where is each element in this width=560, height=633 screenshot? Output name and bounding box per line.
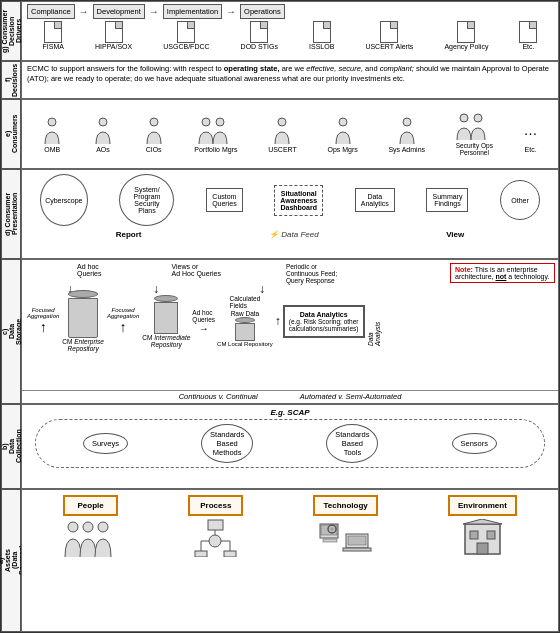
cylinder-top-enterprise [68, 290, 98, 298]
technology-icon [318, 519, 373, 557]
person-icon-ops [333, 116, 353, 144]
svg-point-9 [474, 114, 482, 122]
svg-marker-34 [463, 519, 502, 524]
focused-agg-left: Focused Aggregation ↑ [27, 307, 59, 335]
process-asset: Process [188, 495, 243, 557]
enterprise-repo: CM EnterpriseRepository [62, 290, 104, 352]
sensors-oval: Sensors [452, 433, 498, 454]
people-icon [63, 519, 118, 557]
section-c: Note: This is an enterprise architecture… [21, 259, 559, 404]
technology-box: Technology [313, 495, 377, 516]
svg-point-2 [150, 118, 158, 126]
adhoc-label-2: Ad hocQueries [192, 309, 215, 323]
doc-etc: Etc. [519, 21, 537, 50]
svg-rect-20 [195, 551, 207, 557]
svg-point-15 [209, 535, 221, 547]
process-label: Process [200, 501, 231, 510]
svg-point-5 [278, 118, 286, 126]
layer-g-label: g) ConsumerDecisionDrivers [1, 1, 21, 61]
collection-dashed-container: Surveys StandardsBasedMethods StandardsB… [35, 419, 544, 468]
consumer-omb-label: OMB [44, 146, 60, 153]
environment-label: Environment [458, 501, 507, 510]
situational-awareness-box: SituationalAwarenessDashboard [274, 185, 323, 216]
standards-tools-oval: StandardsBasedTools [326, 424, 378, 463]
arrow-3: → [226, 6, 236, 17]
layer-d-label: d) ConsumerPresentation [1, 169, 21, 259]
surveys-oval: Surveys [83, 433, 128, 454]
consumer-secops: Security OpsPersonnel [456, 112, 493, 156]
doc-agency: Agency Policy [444, 21, 488, 50]
svg-rect-27 [343, 548, 371, 551]
report-label: Report [116, 230, 142, 239]
raw-data-group: CalculatedFields Raw Data CM Local Repos… [217, 295, 273, 347]
doc-iss: ISSLOB [309, 21, 334, 50]
assets-row: People Process [22, 490, 558, 562]
arrow-up-left: ↑ [40, 319, 47, 335]
section-f: ECMC to support answers for the followin… [21, 61, 559, 99]
layer-c-label: c)DataStorage [1, 259, 21, 404]
arrow-2: → [149, 6, 159, 17]
people-asset: People [63, 495, 118, 557]
consumer-omb: OMB [42, 116, 62, 153]
people-box: People [63, 495, 118, 516]
security-plans-box: System/ProgramSecurityPlans [119, 174, 174, 226]
automated-label: Automated v. Semi-Automated [300, 392, 402, 401]
multi-person-icon-portfolio [198, 116, 234, 144]
consumer-ops: Ops Mgrs [327, 116, 357, 153]
main-container: g) ConsumerDecisionDrivers f)Decisions e… [0, 0, 560, 633]
consumer-aos: AOs [93, 116, 113, 153]
people-label: People [77, 501, 103, 510]
analytics-title: Data Analytics [289, 311, 359, 318]
svg-rect-13 [208, 520, 223, 530]
section-d: Cyberscope System/ProgramSecurityPlans C… [21, 169, 559, 259]
arrow-adhoc: → [199, 323, 209, 334]
environment-asset: Environment [448, 495, 517, 557]
consumer-etc: … Etc. [524, 116, 538, 153]
consumer-cios-label: CIOs [146, 146, 162, 153]
cylinder-top-intermediate [154, 295, 178, 302]
svg-point-7 [403, 118, 411, 126]
doc-hippa: HIPPA/SOX [95, 21, 132, 50]
consumer-sysadmin: Sys Admins [388, 116, 425, 153]
consumer-uscert-label: USCERT [268, 146, 297, 153]
flow-operations: Operations [240, 4, 285, 19]
technology-label: Technology [323, 501, 367, 510]
layer-e-label: e)Consumers [1, 99, 21, 169]
consumer-uscert: USCERT [268, 116, 297, 153]
process-icon [193, 519, 238, 557]
storage-top-labels: Ad hocQueries Views orAd Hoc Queries Per… [77, 263, 337, 284]
person-icon-cios [144, 116, 164, 144]
cylinder-body-raw [235, 323, 255, 341]
data-analytics-box: DataAnalytics [355, 188, 395, 212]
summary-findings-box: SummaryFindings [426, 188, 468, 212]
collection-inner: E.g. SCAP Surveys StandardsBasedMethods … [22, 405, 558, 471]
other-box: Other [500, 180, 540, 220]
environment-box: Environment [448, 495, 517, 516]
svg-point-6 [339, 118, 347, 126]
person-icon-aos [93, 116, 113, 144]
analytics-desc: (e.g. Risk Scoring; othercalculations/su… [289, 318, 359, 332]
decisions-text: ECMC to support answers for the followin… [27, 64, 553, 84]
layer-labels: g) ConsumerDecisionDrivers f)Decisions e… [1, 1, 21, 632]
consumer-ops-label: Ops Mgrs [327, 146, 357, 153]
data-analysis-label: DataAnalysis [367, 296, 381, 346]
consumer-portfolio: Portfolio Mgrs [194, 116, 237, 153]
raw-data-label: Raw Data [231, 310, 260, 317]
layer-a-label: a)Assets(DataSources) [1, 489, 21, 632]
local-repo-label: CM Local Repository [217, 341, 273, 347]
person-icon-sysadmin [397, 116, 417, 144]
multi-person-icon-secops [456, 112, 492, 140]
svg-point-10 [68, 522, 78, 532]
consumer-secops-label: Security OpsPersonnel [456, 142, 493, 156]
environment-icon [460, 519, 505, 557]
periodic-label: Periodic orContinuous Feed;Query Respons… [286, 263, 337, 284]
svg-rect-21 [224, 551, 236, 557]
custom-queries-box: CustomQueries [206, 188, 243, 212]
consumers-row: OMB AOs CIOs [22, 100, 558, 168]
svg-point-3 [202, 118, 210, 126]
cylinder-body-intermediate [154, 302, 178, 334]
doc-fisma: FISMA [43, 21, 64, 50]
scap-label: E.g. SCAP [270, 408, 309, 417]
content-area: Compliance → Development → Implementatio… [21, 1, 559, 632]
technology-asset: Technology [313, 495, 377, 557]
